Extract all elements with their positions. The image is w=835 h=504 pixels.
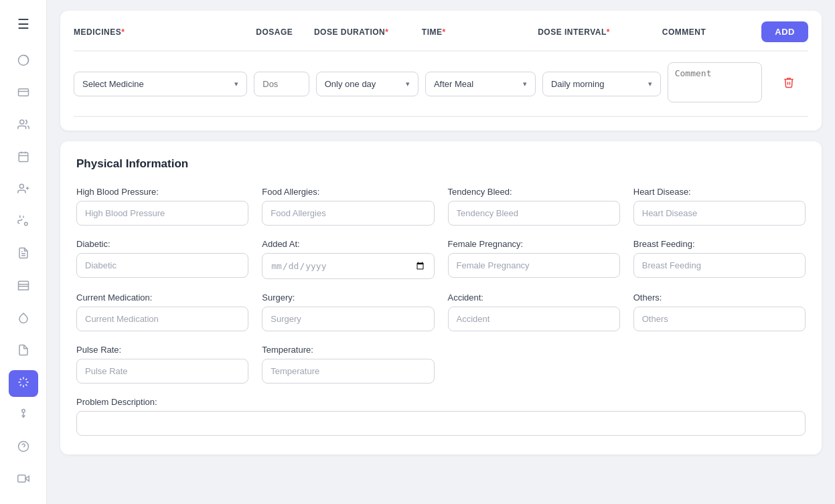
svg-point-11 — [24, 223, 27, 226]
label-added-at: Added At: — [262, 239, 434, 249]
sidebar-item-file[interactable] — [9, 338, 38, 365]
sidebar-item-video[interactable] — [9, 467, 38, 493]
bed-icon — [17, 280, 29, 295]
input-temperature[interactable] — [262, 359, 434, 384]
form-group-problem-description: Problem Description: — [76, 397, 806, 436]
duration-dropdown[interactable]: Only one day ▾ — [316, 72, 419, 96]
col-header-medicines: MEDICINES* — [74, 27, 256, 37]
sidebar-item-document[interactable] — [9, 241, 38, 268]
svg-rect-4 — [19, 153, 28, 162]
form-group-empty-1 — [448, 345, 620, 384]
physical-section-title: Physical Information — [76, 157, 806, 171]
medicine-divider — [74, 116, 808, 117]
input-current-medication[interactable] — [76, 307, 248, 331]
form-group-tendency-bleed: Tendency Bleed: — [448, 187, 620, 226]
hamburger-button[interactable]: ☰ — [9, 11, 38, 37]
time-field: After Meal ▾ — [425, 72, 542, 96]
input-food-allergies[interactable] — [262, 201, 434, 226]
input-pulse-rate[interactable] — [76, 359, 248, 384]
sidebar-item-stethoscope[interactable] — [9, 209, 38, 236]
physical-form-grid: High Blood Pressure: Food Allergies: Ten… — [76, 187, 806, 436]
col-header-comment: COMMENT — [662, 27, 762, 37]
col-header-time: TIME* — [422, 27, 538, 37]
stethoscope-icon — [17, 215, 29, 230]
sidebar-item-user-plus[interactable] — [9, 177, 38, 203]
sidebar: ☰ — [0, 0, 47, 504]
help-icon — [17, 440, 29, 455]
add-medicine-button[interactable]: ADD — [761, 21, 808, 42]
select-medicine-field: Select Medicine ▾ — [74, 72, 254, 96]
form-group-breast-feeding: Breast Feeding: — [633, 239, 806, 279]
card-icon — [17, 86, 29, 101]
form-group-heart-disease: Heart Disease: — [633, 187, 806, 226]
sidebar-item-dashboard[interactable] — [9, 48, 38, 75]
input-heart-disease[interactable] — [633, 201, 806, 226]
col-header-dosage: DOSAGE — [256, 27, 314, 37]
svg-point-14 — [21, 409, 25, 412]
form-group-others: Others: — [633, 292, 806, 331]
label-heart-disease: Heart Disease: — [633, 187, 806, 197]
menu-icon: ☰ — [17, 16, 29, 32]
label-high-blood-pressure: High Blood Pressure: — [76, 187, 248, 197]
medicine-table-header: MEDICINES* DOSAGE DOSE DURATION* TIME* D… — [74, 21, 808, 52]
delete-row-button[interactable] — [780, 74, 798, 94]
input-diabetic[interactable] — [76, 253, 248, 278]
label-surgery: Surgery: — [262, 292, 434, 303]
drop-icon — [17, 312, 29, 327]
delete-field — [769, 74, 808, 94]
label-current-medication: Current Medication: — [76, 292, 248, 303]
col-header-add: ADD — [761, 21, 808, 42]
interval-dropdown[interactable]: Daily morning ▾ — [542, 72, 661, 96]
chart-icon — [17, 54, 29, 69]
form-group-accident: Accident: — [448, 292, 620, 331]
prescription-icon — [17, 376, 29, 391]
file-icon — [17, 344, 29, 359]
duration-field: Only one day ▾ — [316, 72, 425, 96]
label-pulse-rate: Pulse Rate: — [76, 345, 248, 355]
interval-chevron: ▾ — [648, 80, 652, 88]
sidebar-item-prescription[interactable] — [9, 370, 38, 397]
sidebar-item-person-up[interactable] — [9, 402, 38, 429]
main-content: MEDICINES* DOSAGE DOSE DURATION* TIME* D… — [47, 0, 835, 504]
svg-point-8 — [19, 185, 23, 189]
sidebar-item-card[interactable] — [9, 80, 38, 107]
dropdown-chevron: ▾ — [234, 80, 238, 88]
label-female-pregnancy: Female Pregnancy: — [448, 239, 620, 249]
form-group-added-at: Added At: — [262, 239, 434, 279]
medicine-row: Select Medicine ▾ Only one day ▾ After M… — [74, 62, 808, 105]
time-chevron: ▾ — [523, 80, 527, 88]
sidebar-item-calendar[interactable] — [9, 145, 38, 171]
sidebar-item-users[interactable] — [9, 112, 38, 139]
users-icon — [17, 118, 29, 133]
input-problem-description[interactable] — [76, 411, 806, 436]
label-accident: Accident: — [448, 292, 620, 303]
input-high-blood-pressure[interactable] — [76, 201, 248, 226]
form-group-current-medication: Current Medication: — [76, 292, 248, 331]
label-temperature: Temperature: — [262, 345, 434, 355]
input-others[interactable] — [633, 307, 806, 331]
label-others: Others: — [633, 292, 806, 303]
select-medicine-dropdown[interactable]: Select Medicine ▾ — [74, 72, 247, 96]
sidebar-item-bed[interactable] — [9, 274, 38, 301]
medicine-card: MEDICINES* DOSAGE DOSE DURATION* TIME* D… — [60, 11, 822, 131]
input-tendency-bleed[interactable] — [448, 201, 620, 226]
dosage-field — [254, 72, 315, 96]
calendar-icon — [17, 151, 29, 165]
svg-rect-18 — [17, 475, 25, 483]
input-female-pregnancy[interactable] — [448, 253, 620, 278]
dosage-input[interactable] — [254, 72, 309, 96]
comment-textarea[interactable] — [668, 62, 762, 102]
form-group-high-blood-pressure: High Blood Pressure: — [76, 187, 248, 226]
comment-field — [668, 62, 769, 105]
user-plus-icon — [17, 183, 29, 197]
physical-information-card: Physical Information High Blood Pressure… — [60, 141, 822, 454]
form-group-female-pregnancy: Female Pregnancy: — [448, 239, 620, 279]
input-accident[interactable] — [448, 307, 620, 331]
sidebar-item-drop[interactable] — [9, 306, 38, 333]
input-added-at[interactable] — [262, 253, 434, 279]
input-surgery[interactable] — [262, 307, 434, 331]
time-dropdown[interactable]: After Meal ▾ — [425, 72, 536, 96]
input-breast-feeding[interactable] — [633, 253, 806, 278]
sidebar-item-help[interactable] — [9, 434, 38, 461]
interval-field: Daily morning ▾ — [542, 72, 668, 96]
